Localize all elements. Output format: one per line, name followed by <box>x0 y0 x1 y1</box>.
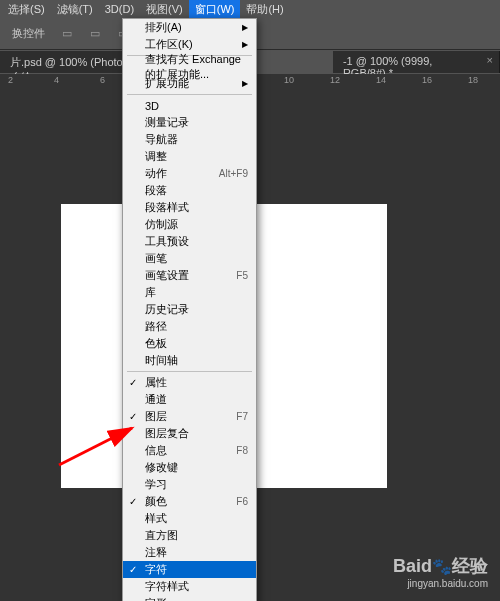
window-menu-dropdown: 排列(A)▶工作区(K)▶查找有关 Exchange 的扩展功能...扩展功能▶… <box>122 18 257 601</box>
menu-item[interactable]: 注释 <box>123 544 256 561</box>
menu-item[interactable]: 画笔设置F5 <box>123 267 256 284</box>
menu-item[interactable]: 时间轴 <box>123 352 256 369</box>
menu-item[interactable]: 测量记录 <box>123 114 256 131</box>
menu-item[interactable]: 仿制源 <box>123 216 256 233</box>
watermark: Baid🐾经验 jingyan.baidu.com <box>393 554 488 589</box>
menu-item[interactable]: ✓属性 <box>123 374 256 391</box>
menu-item[interactable]: 路径 <box>123 318 256 335</box>
menu-item[interactable]: 段落样式 <box>123 199 256 216</box>
menu-item[interactable]: 历史记录 <box>123 301 256 318</box>
menu-item[interactable]: 段落 <box>123 182 256 199</box>
menu-item[interactable]: 导航器 <box>123 131 256 148</box>
align-left-icon[interactable]: ▭ <box>55 22 79 46</box>
menu-filter[interactable]: 滤镜(T) <box>51 0 99 19</box>
menu-item[interactable]: 查找有关 Exchange 的扩展功能... <box>123 58 256 75</box>
menu-item[interactable]: ✓图层F7 <box>123 408 256 425</box>
menu-item[interactable]: 3D <box>123 97 256 114</box>
menu-view[interactable]: 视图(V) <box>140 0 189 19</box>
menu-item[interactable]: ✓颜色F6 <box>123 493 256 510</box>
menu-item[interactable]: ✓字符 <box>123 561 256 578</box>
menu-help[interactable]: 帮助(H) <box>240 0 289 19</box>
menu-item[interactable]: 修改键 <box>123 459 256 476</box>
doc-tab[interactable]: -1 @ 100% (9999, RGB/8#) *× <box>333 51 500 73</box>
menu-select[interactable]: 选择(S) <box>2 0 51 19</box>
menu-item[interactable]: 画笔 <box>123 250 256 267</box>
menu-item[interactable]: 学习 <box>123 476 256 493</box>
menu-item[interactable]: 扩展功能▶ <box>123 75 256 92</box>
menu-3d[interactable]: 3D(D) <box>99 1 140 17</box>
menu-item[interactable]: 字形 <box>123 595 256 601</box>
menu-item[interactable]: 直方图 <box>123 527 256 544</box>
toolbar-label: 换控件 <box>4 26 53 41</box>
menu-item[interactable]: 通道 <box>123 391 256 408</box>
menu-item[interactable]: 动作Alt+F9 <box>123 165 256 182</box>
menu-item[interactable]: 调整 <box>123 148 256 165</box>
menubar: 选择(S) 滤镜(T) 3D(D) 视图(V) 窗口(W) 帮助(H) <box>0 0 500 18</box>
menu-window[interactable]: 窗口(W) <box>189 0 241 19</box>
menu-item[interactable]: 图层复合 <box>123 425 256 442</box>
align-center-icon[interactable]: ▭ <box>83 22 107 46</box>
menu-item[interactable]: 库 <box>123 284 256 301</box>
menu-item[interactable]: 工作区(K)▶ <box>123 36 256 53</box>
menu-item[interactable]: 色板 <box>123 335 256 352</box>
menu-item[interactable]: 信息F8 <box>123 442 256 459</box>
menu-item[interactable]: 样式 <box>123 510 256 527</box>
menu-item[interactable]: 排列(A)▶ <box>123 19 256 36</box>
menu-item[interactable]: 工具预设 <box>123 233 256 250</box>
menu-item[interactable]: 字符样式 <box>123 578 256 595</box>
